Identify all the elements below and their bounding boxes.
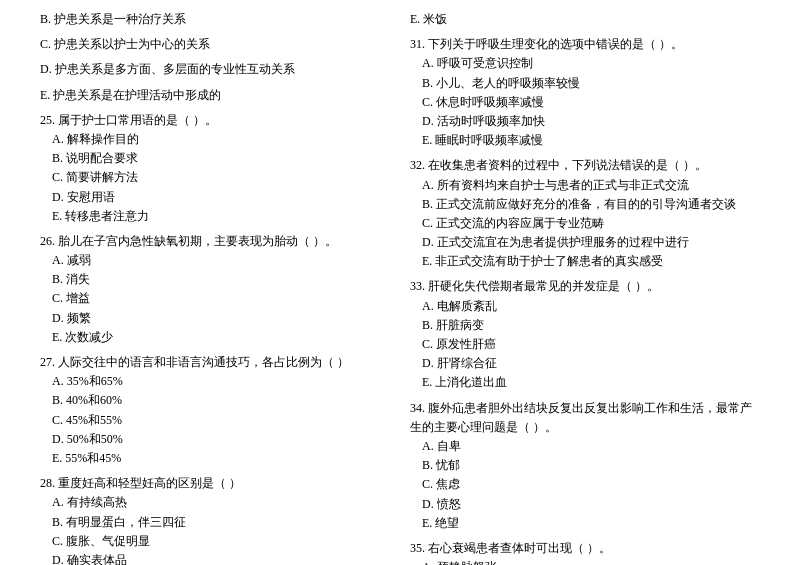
question-option: E. 转移患者注意力 bbox=[40, 207, 390, 226]
question-option: C. 45%和55% bbox=[40, 411, 390, 430]
question-option: B. 忧郁 bbox=[410, 456, 760, 475]
question-option: D. 安慰用语 bbox=[40, 188, 390, 207]
question-block: 28. 重度妊高和轻型妊高的区别是（ ）A. 有持续高热B. 有明显蛋白，伴三四… bbox=[40, 474, 390, 565]
question-option: E. 次数减少 bbox=[40, 328, 390, 347]
question-option: A. 呼吸可受意识控制 bbox=[410, 54, 760, 73]
question-block: 32. 在收集患者资料的过程中，下列说法错误的是（ ）。A. 所有资料均来自护士… bbox=[410, 156, 760, 271]
question-block: E. 护患关系是在护理活动中形成的 bbox=[40, 86, 390, 105]
question-option: C. 正式交流的内容应属于专业范畴 bbox=[410, 214, 760, 233]
page: B. 护患关系是一种治疗关系C. 护患关系以护士为中心的关系D. 护患关系是多方… bbox=[40, 10, 760, 565]
right-column: E. 米饭31. 下列关于呼吸生理变化的选项中错误的是（ ）。A. 呼吸可受意识… bbox=[410, 10, 760, 565]
question-block: B. 护患关系是一种治疗关系 bbox=[40, 10, 390, 29]
question-block: 33. 肝硬化失代偿期者最常见的并发症是（ ）。A. 电解质紊乱B. 肝脏病变C… bbox=[410, 277, 760, 392]
question-title: 28. 重度妊高和轻型妊高的区别是（ ） bbox=[40, 474, 390, 493]
question-option: D. 正式交流宜在为患者提供护理服务的过程中进行 bbox=[410, 233, 760, 252]
question-option: A. 颈静脉怒张 bbox=[410, 558, 760, 565]
question-title: 26. 胎儿在子宫内急性缺氧初期，主要表现为胎动（ ）。 bbox=[40, 232, 390, 251]
question-option: B. 消失 bbox=[40, 270, 390, 289]
question-title: C. 护患关系以护士为中心的关系 bbox=[40, 35, 390, 54]
question-option: A. 所有资料均来自护士与患者的正式与非正式交流 bbox=[410, 176, 760, 195]
question-option: A. 解释操作目的 bbox=[40, 130, 390, 149]
question-option: B. 小儿、老人的呼吸频率较慢 bbox=[410, 74, 760, 93]
question-option: C. 原发性肝癌 bbox=[410, 335, 760, 354]
question-option: D. 肝肾综合征 bbox=[410, 354, 760, 373]
question-option: D. 确实表体品 bbox=[40, 551, 390, 565]
question-title: 32. 在收集患者资料的过程中，下列说法错误的是（ ）。 bbox=[410, 156, 760, 175]
question-option: D. 50%和50% bbox=[40, 430, 390, 449]
question-option: E. 非正式交流有助于护士了解患者的真实感受 bbox=[410, 252, 760, 271]
question-option: A. 有持续高热 bbox=[40, 493, 390, 512]
question-option: D. 活动时呼吸频率加快 bbox=[410, 112, 760, 131]
question-option: A. 减弱 bbox=[40, 251, 390, 270]
question-title: E. 护患关系是在护理活动中形成的 bbox=[40, 86, 390, 105]
question-option: B. 肝脏病变 bbox=[410, 316, 760, 335]
question-block: 34. 腹外疝患者胆外出结块反复出反复出影响工作和生活，最常产生的主要心理问题是… bbox=[410, 399, 760, 533]
question-title: 34. 腹外疝患者胆外出结块反复出反复出影响工作和生活，最常产生的主要心理问题是… bbox=[410, 399, 760, 437]
question-option: A. 自卑 bbox=[410, 437, 760, 456]
question-option: C. 腹胀、气促明显 bbox=[40, 532, 390, 551]
question-block: 25. 属于护士口常用语的是（ ）。A. 解释操作目的B. 说明配合要求C. 简… bbox=[40, 111, 390, 226]
question-option: C. 增益 bbox=[40, 289, 390, 308]
question-title: 35. 右心衰竭患者查体时可出现（ ）。 bbox=[410, 539, 760, 558]
question-option: B. 说明配合要求 bbox=[40, 149, 390, 168]
question-option: B. 40%和60% bbox=[40, 391, 390, 410]
left-column: B. 护患关系是一种治疗关系C. 护患关系以护士为中心的关系D. 护患关系是多方… bbox=[40, 10, 390, 565]
question-title: E. 米饭 bbox=[410, 10, 760, 29]
question-block: 27. 人际交往中的语言和非语言沟通技巧，各占比例为（ ）A. 35%和65%B… bbox=[40, 353, 390, 468]
question-option: E. 睡眠时呼吸频率减慢 bbox=[410, 131, 760, 150]
question-option: B. 有明显蛋白，伴三四征 bbox=[40, 513, 390, 532]
question-option: A. 电解质紊乱 bbox=[410, 297, 760, 316]
question-option: E. 绝望 bbox=[410, 514, 760, 533]
question-option: D. 愤怒 bbox=[410, 495, 760, 514]
question-title: 25. 属于护士口常用语的是（ ）。 bbox=[40, 111, 390, 130]
question-option: C. 简要讲解方法 bbox=[40, 168, 390, 187]
question-block: 26. 胎儿在子宫内急性缺氧初期，主要表现为胎动（ ）。A. 减弱B. 消失C.… bbox=[40, 232, 390, 347]
question-block: 31. 下列关于呼吸生理变化的选项中错误的是（ ）。A. 呼吸可受意识控制B. … bbox=[410, 35, 760, 150]
question-block: D. 护患关系是多方面、多层面的专业性互动关系 bbox=[40, 60, 390, 79]
question-option: D. 频繁 bbox=[40, 309, 390, 328]
question-block: E. 米饭 bbox=[410, 10, 760, 29]
question-block: 35. 右心衰竭患者查体时可出现（ ）。A. 颈静脉怒张B. 阵发性夜间呼吸困难… bbox=[410, 539, 760, 565]
question-title: 27. 人际交往中的语言和非语言沟通技巧，各占比例为（ ） bbox=[40, 353, 390, 372]
question-block: C. 护患关系以护士为中心的关系 bbox=[40, 35, 390, 54]
content-columns: B. 护患关系是一种治疗关系C. 护患关系以护士为中心的关系D. 护患关系是多方… bbox=[40, 10, 760, 565]
question-option: C. 休息时呼吸频率减慢 bbox=[410, 93, 760, 112]
question-option: B. 正式交流前应做好充分的准备，有目的的引导沟通者交谈 bbox=[410, 195, 760, 214]
question-option: C. 焦虑 bbox=[410, 475, 760, 494]
question-title: 31. 下列关于呼吸生理变化的选项中错误的是（ ）。 bbox=[410, 35, 760, 54]
question-option: E. 上消化道出血 bbox=[410, 373, 760, 392]
question-title: 33. 肝硬化失代偿期者最常见的并发症是（ ）。 bbox=[410, 277, 760, 296]
question-option: A. 35%和65% bbox=[40, 372, 390, 391]
question-option: E. 55%和45% bbox=[40, 449, 390, 468]
question-title: D. 护患关系是多方面、多层面的专业性互动关系 bbox=[40, 60, 390, 79]
question-title: B. 护患关系是一种治疗关系 bbox=[40, 10, 390, 29]
